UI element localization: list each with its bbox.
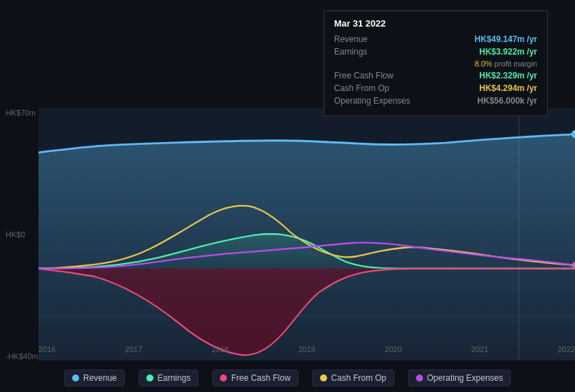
legend-item-cashop[interactable]: Cash From Op [312,370,394,386]
tooltip-value-revenue: HK$49.147m /yr [475,34,537,44]
tooltip-label-earnings: Earnings [334,47,411,57]
legend-label-opex: Operating Expenses [427,373,504,383]
x-label-2019: 2019 [298,345,315,354]
tooltip-row-fcf: Free Cash Flow HK$2.329m /yr [334,71,537,80]
chart-legend: Revenue Earnings Free Cash Flow Cash Fro… [0,364,575,392]
tooltip-box: Mar 31 2022 Revenue HK$49.147m /yr Earni… [324,10,548,116]
legend-label-cashop: Cash From Op [331,373,387,383]
y-label-zero: HK$0 [6,230,38,239]
legend-label-revenue: Revenue [83,373,117,383]
legend-item-fcf[interactable]: Free Cash Flow [212,370,298,386]
x-label-2022: 2022 [557,345,574,354]
x-label-2018: 2018 [212,345,228,354]
tooltip-row-cashop: Cash From Op HK$4.294m /yr [334,83,537,93]
legend-dot-fcf [220,374,227,382]
x-axis-labels: 2016 2017 2018 2019 2020 2021 2022 [39,345,575,354]
legend-item-opex[interactable]: Operating Expenses [408,370,511,386]
x-label-2017: 2017 [125,345,142,354]
legend-item-revenue[interactable]: Revenue [64,370,125,386]
legend-item-earnings[interactable]: Earnings [139,370,198,386]
legend-label-earnings: Earnings [158,373,190,383]
legend-dot-revenue [72,374,79,382]
chart-svg [39,108,575,360]
legend-dot-earnings [146,374,153,382]
y-axis-labels: HK$70m HK$0 -HK$40m [6,108,38,360]
tooltip-date: Mar 31 2022 [334,18,537,29]
y-label-bottom: -HK$40m [6,352,38,360]
tooltip-profit-margin: 8.0% profit margin [475,59,537,68]
tooltip-row-margin: 8.0% profit margin [334,59,537,68]
tooltip-row-earnings: Earnings HK$3.922m /yr [334,47,537,57]
tooltip-row-opex: Operating Expenses HK$56.000k /yr [334,96,537,106]
tooltip-value-opex: HK$56.000k /yr [478,96,537,106]
tooltip-row-revenue: Revenue HK$49.147m /yr [334,34,537,44]
chart-container: HK$70m HK$0 -HK$40m [0,108,575,360]
x-label-2020: 2020 [385,345,401,354]
tooltip-label-opex: Operating Expenses [334,96,411,106]
tooltip-value-earnings: HK$3.922m /yr [479,47,537,57]
chart-svg-wrapper [39,108,575,360]
legend-dot-opex [416,374,423,382]
y-label-top: HK$70m [6,108,38,117]
legend-dot-cashop [320,374,327,382]
tooltip-value-cashop: HK$4.294m /yr [479,83,537,93]
tooltip-label-fcf: Free Cash Flow [334,71,411,80]
legend-label-fcf: Free Cash Flow [231,373,291,383]
tooltip-label-cashop: Cash From Op [334,83,411,93]
x-label-2021: 2021 [471,345,488,354]
x-label-2016: 2016 [39,345,55,354]
tooltip-value-fcf: HK$2.329m /yr [479,71,537,80]
tooltip-label-revenue: Revenue [334,34,411,44]
